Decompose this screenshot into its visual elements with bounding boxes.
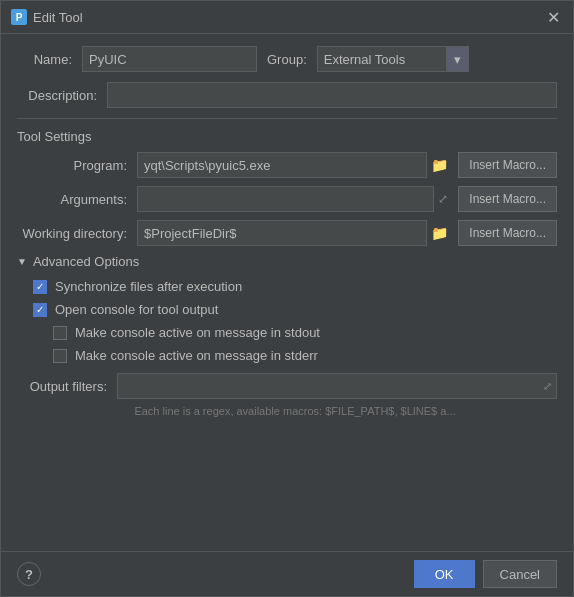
group-select-wrap: External Tools ▾ — [317, 46, 469, 72]
arguments-expand-button[interactable]: ⤢ — [434, 186, 452, 212]
title-bar-left: P Edit Tool — [11, 9, 83, 25]
open-console-label: Open console for tool output — [55, 302, 218, 317]
tool-settings-title: Tool Settings — [17, 129, 557, 144]
make-active-stdout-label: Make console active on message in stdout — [75, 325, 320, 340]
dialog-content: Name: Group: External Tools ▾ Descriptio… — [1, 34, 573, 551]
tool-settings-section: Tool Settings Program: 📁 Insert Macro...… — [17, 129, 557, 246]
make-active-stderr-checkbox[interactable] — [53, 349, 67, 363]
arguments-row: Arguments: ⤢ Insert Macro... — [17, 186, 557, 212]
description-label: Description: — [17, 88, 107, 103]
advanced-options-title: Advanced Options — [33, 254, 139, 269]
arguments-input[interactable] — [137, 186, 434, 212]
dialog-title: Edit Tool — [33, 10, 83, 25]
app-icon: P — [11, 9, 27, 25]
edit-tool-dialog: P Edit Tool ✕ Name: Group: External Tool… — [0, 0, 574, 597]
sync-files-row: Synchronize files after execution — [17, 279, 557, 294]
make-active-stdout-checkbox[interactable] — [53, 326, 67, 340]
arguments-insert-macro-button[interactable]: Insert Macro... — [458, 186, 557, 212]
program-row: Program: 📁 Insert Macro... — [17, 152, 557, 178]
program-input[interactable] — [137, 152, 427, 178]
output-filters-input[interactable] — [118, 374, 539, 398]
arguments-input-wrap: ⤢ — [137, 186, 452, 212]
program-input-wrap: 📁 — [137, 152, 452, 178]
description-row: Description: — [17, 82, 557, 108]
description-input[interactable] — [107, 82, 557, 108]
arguments-label: Arguments: — [17, 192, 137, 207]
program-browse-button[interactable]: 📁 — [427, 152, 452, 178]
working-directory-browse-button[interactable]: 📁 — [427, 220, 452, 246]
output-filters-expand-icon[interactable]: ⤢ — [539, 378, 556, 395]
output-filters-row: Output filters: ⤢ — [17, 373, 557, 399]
ok-button[interactable]: OK — [414, 560, 475, 588]
dropdown-arrow-icon[interactable]: ▾ — [447, 46, 469, 72]
make-active-stdout-row: Make console active on message in stdout — [17, 325, 557, 340]
sync-files-label: Synchronize files after execution — [55, 279, 242, 294]
program-label: Program: — [17, 158, 137, 173]
group-select[interactable]: External Tools — [317, 46, 447, 72]
footer: ? OK Cancel — [1, 551, 573, 596]
cancel-button[interactable]: Cancel — [483, 560, 557, 588]
output-filters-label: Output filters: — [17, 379, 117, 394]
advanced-section: ▼ Advanced Options Synchronize files aft… — [17, 254, 557, 417]
working-directory-insert-macro-button[interactable]: Insert Macro... — [458, 220, 557, 246]
footer-right: OK Cancel — [414, 560, 557, 588]
group-label: Group: — [257, 52, 317, 67]
collapse-arrow-icon: ▼ — [17, 256, 27, 267]
working-directory-row: Working directory: 📁 Insert Macro... — [17, 220, 557, 246]
close-button[interactable]: ✕ — [543, 7, 563, 27]
advanced-header[interactable]: ▼ Advanced Options — [17, 254, 557, 269]
program-insert-macro-button[interactable]: Insert Macro... — [458, 152, 557, 178]
open-console-checkbox[interactable] — [33, 303, 47, 317]
working-directory-input-wrap: 📁 — [137, 220, 452, 246]
output-filters-input-wrap: ⤢ — [117, 373, 557, 399]
name-input[interactable] — [82, 46, 257, 72]
working-directory-input[interactable] — [137, 220, 427, 246]
sync-files-checkbox[interactable] — [33, 280, 47, 294]
name-row: Name: Group: External Tools ▾ — [17, 46, 557, 72]
make-active-stderr-row: Make console active on message in stderr — [17, 348, 557, 363]
name-label: Name: — [17, 52, 82, 67]
make-active-stderr-label: Make console active on message in stderr — [75, 348, 318, 363]
title-bar: P Edit Tool ✕ — [1, 1, 573, 34]
output-filters-hint: Each line is a regex, available macros: … — [17, 405, 557, 417]
open-console-row: Open console for tool output — [17, 302, 557, 317]
separator — [17, 118, 557, 119]
help-button[interactable]: ? — [17, 562, 41, 586]
working-directory-label: Working directory: — [17, 226, 137, 241]
